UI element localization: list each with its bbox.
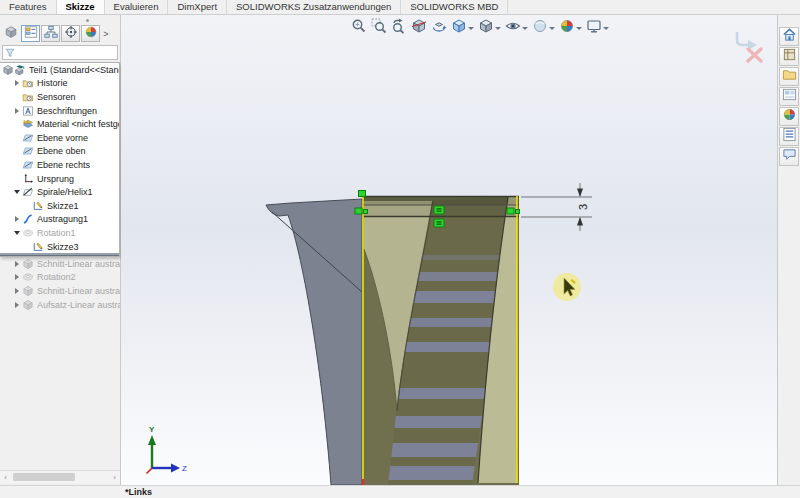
model-body[interactable] <box>266 199 362 485</box>
dimxpert-manager-tab[interactable] <box>61 25 80 42</box>
tree-item-sensoren[interactable]: Sensoren <box>0 90 119 104</box>
sketch-section-region[interactable] <box>362 196 519 485</box>
tree-item-label: Beschriftungen <box>37 106 97 116</box>
view-orientation-icon <box>451 18 467 38</box>
ribbon-tab-solidworks-zusatzanwendungen[interactable]: SOLIDWORKS Zusatzanwendungen <box>227 0 401 14</box>
forum-icon <box>782 147 797 166</box>
forum-tab[interactable] <box>779 147 799 166</box>
tree-item-teil1-standard-standar[interactable]: Teil1 (Standard<<Standar <box>0 63 119 77</box>
tree-item-ursprung[interactable]: Ursprung <box>0 172 119 186</box>
view-orientation-button[interactable] <box>450 17 475 39</box>
tree-item-aufsatz-linear-austragen1[interactable]: Aufsatz-Linear austragen1 <box>0 298 120 312</box>
sensors-icon <box>22 91 34 103</box>
revolve-icon <box>22 271 34 283</box>
tree-item-schnitt-linear-austragen1[interactable]: Schnitt-Linear austragen1 <box>0 257 120 271</box>
expand-right-icon[interactable] <box>12 288 22 294</box>
flyout-part-tab[interactable] <box>1 25 20 42</box>
material-icon <box>22 118 34 130</box>
dropdown-caret-icon[interactable] <box>468 27 474 30</box>
tree-item-label: Ebene vorne <box>37 133 88 143</box>
cut-extrude-icon <box>22 285 34 297</box>
flyout-part-icon <box>2 64 14 76</box>
tree-item-spirale-helix1[interactable]: Spirale/Helix1 <box>0 185 119 199</box>
tree-item-label: Schnitt-Linear austragen1 <box>37 259 120 269</box>
tree-item-rotation1[interactable]: Rotation1 <box>0 226 119 240</box>
tree-item-historie[interactable]: Historie <box>0 77 119 91</box>
tree-horizontal-scrollbar[interactable]: ‹ › <box>0 470 120 483</box>
section-view-icon <box>411 18 427 38</box>
tree-item-schnitt-linear-austragen2[interactable]: Schnitt-Linear austragen2 <box>0 284 120 298</box>
rollback-bar[interactable] <box>0 253 119 256</box>
zoom-area-button[interactable] <box>370 17 388 39</box>
file-explorer-tab[interactable] <box>779 67 799 86</box>
hide-show-button[interactable] <box>504 17 529 39</box>
tree-item-material-nicht-festgelegt[interactable]: Material <nicht festgelegt> <box>0 117 119 131</box>
expand-down-icon[interactable] <box>12 231 22 235</box>
tree-item-ebene-rechts[interactable]: Ebene rechts <box>0 158 119 172</box>
confirmation-corner[interactable] <box>737 32 761 61</box>
panel-expand-chevron-icon[interactable]: > <box>101 26 111 41</box>
tree-item-ebene-vorne[interactable]: Ebene vorne <box>0 131 119 145</box>
tree-item-ebene-oben[interactable]: Ebene oben <box>0 145 119 159</box>
home-icon <box>782 27 797 46</box>
view-palette-tab[interactable] <box>779 87 799 106</box>
display-manager-tab[interactable] <box>81 25 100 42</box>
feature-manager-panel: > Teil1 (Standard<<StandarHistorieSensor… <box>0 15 121 485</box>
filter-funnel-icon <box>5 44 15 62</box>
graphics-area[interactable]: 3 Y Z <box>121 15 777 485</box>
cut-extrude-icon <box>22 258 34 270</box>
ribbon-tab-skizze[interactable]: Skizze <box>57 0 105 14</box>
dropdown-caret-icon[interactable] <box>522 27 528 30</box>
scroll-left-icon[interactable]: ‹ <box>0 473 11 482</box>
expand-right-icon[interactable] <box>12 216 22 222</box>
dropdown-caret-icon[interactable] <box>603 27 609 30</box>
dropdown-caret-icon[interactable] <box>576 27 582 30</box>
hide-show-icon <box>505 18 521 38</box>
zoom-fit-button[interactable] <box>350 17 368 39</box>
ribbon-tab-features[interactable]: Features <box>0 0 57 14</box>
panel-splitter-handle[interactable] <box>0 15 120 24</box>
tree-filter-input[interactable] <box>17 47 131 59</box>
configuration-manager-tab[interactable] <box>41 25 60 42</box>
ribbon-tab-dimxpert[interactable]: DimXpert <box>168 0 227 14</box>
section-view-button[interactable] <box>410 17 428 39</box>
tree-item-beschriftungen[interactable]: Beschriftungen <box>0 104 119 118</box>
custom-properties-tab[interactable] <box>779 127 799 146</box>
expand-right-icon[interactable] <box>12 302 22 308</box>
view-settings-button[interactable] <box>585 17 610 39</box>
dropdown-caret-icon[interactable] <box>549 27 555 30</box>
heads-up-toolbar <box>350 17 610 39</box>
cancel-sketch-icon[interactable] <box>748 49 761 61</box>
tree-item-skizze1[interactable]: Skizze1 <box>0 199 119 213</box>
edit-appearance-button[interactable] <box>531 17 556 39</box>
dropdown-caret-icon[interactable] <box>495 27 501 30</box>
tree-item-label: Austragung1 <box>37 214 88 224</box>
design-library-tab[interactable] <box>779 47 799 66</box>
expand-right-icon[interactable] <box>12 80 22 86</box>
previous-view-button[interactable] <box>390 17 408 39</box>
zoom-fit-icon <box>351 18 367 38</box>
scroll-thumb[interactable] <box>13 473 75 481</box>
ribbon-tab-solidworks-mbd[interactable]: SOLIDWORKS MBD <box>401 0 508 14</box>
mouse-cursor <box>553 273 581 301</box>
tree-item-label: Ursprung <box>37 174 74 184</box>
tree-item-skizze3[interactable]: Skizze3 <box>0 240 119 254</box>
expand-down-icon[interactable] <box>12 190 22 194</box>
home-tab[interactable] <box>779 27 799 46</box>
apply-scene-button[interactable] <box>558 17 583 39</box>
appearances-scenes-tab[interactable] <box>779 107 799 126</box>
expand-right-icon[interactable] <box>12 274 22 280</box>
expand-right-icon[interactable] <box>12 261 22 267</box>
plane-icon <box>22 132 34 144</box>
rotate-view-button[interactable] <box>430 17 448 39</box>
model-scene: 3 Y Z <box>121 15 777 485</box>
dimension-3[interactable]: 3 <box>521 183 592 231</box>
file-explorer-icon <box>782 67 797 86</box>
ribbon-tab-evaluieren[interactable]: Evaluieren <box>105 0 169 14</box>
expand-right-icon[interactable] <box>12 108 22 114</box>
scroll-right-icon[interactable]: › <box>109 473 120 482</box>
feature-manager-tab[interactable] <box>21 25 40 42</box>
tree-item-rotation2[interactable]: Rotation2 <box>0 271 120 285</box>
tree-item-austragung1[interactable]: Austragung1 <box>0 213 119 227</box>
display-style-button[interactable] <box>477 17 502 39</box>
